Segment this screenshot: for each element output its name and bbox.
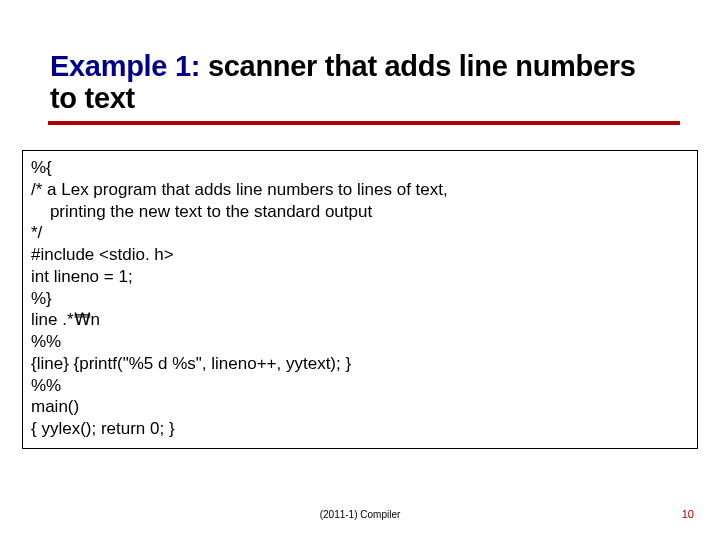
- slide: Example 1: scanner that adds line number…: [0, 0, 720, 540]
- code-line: %%: [31, 375, 689, 397]
- footer-center: (2011-1) Compiler: [0, 509, 720, 520]
- title-prefix: Example 1:: [50, 50, 200, 82]
- code-line: line .*₩n: [31, 309, 689, 331]
- code-line: #include <stdio. h>: [31, 244, 689, 266]
- code-line: int lineno = 1;: [31, 266, 689, 288]
- code-line: %}: [31, 288, 689, 310]
- code-box: %{ /* a Lex program that adds line numbe…: [22, 150, 698, 449]
- code-line: %%: [31, 331, 689, 353]
- code-line: { yylex(); return 0; }: [31, 418, 689, 440]
- page-number: 10: [682, 508, 694, 520]
- title-underline: [48, 121, 680, 125]
- code-line: main(): [31, 396, 689, 418]
- code-line: printing the new text to the standard ou…: [31, 201, 689, 223]
- slide-title: Example 1: scanner that adds line number…: [50, 50, 670, 115]
- title-block: Example 1: scanner that adds line number…: [50, 50, 670, 125]
- code-line: {line} {printf("%5 d %s", lineno++, yyte…: [31, 353, 689, 375]
- code-line: %{: [31, 157, 689, 179]
- code-line: /* a Lex program that adds line numbers …: [31, 179, 689, 201]
- code-line: */: [31, 222, 689, 244]
